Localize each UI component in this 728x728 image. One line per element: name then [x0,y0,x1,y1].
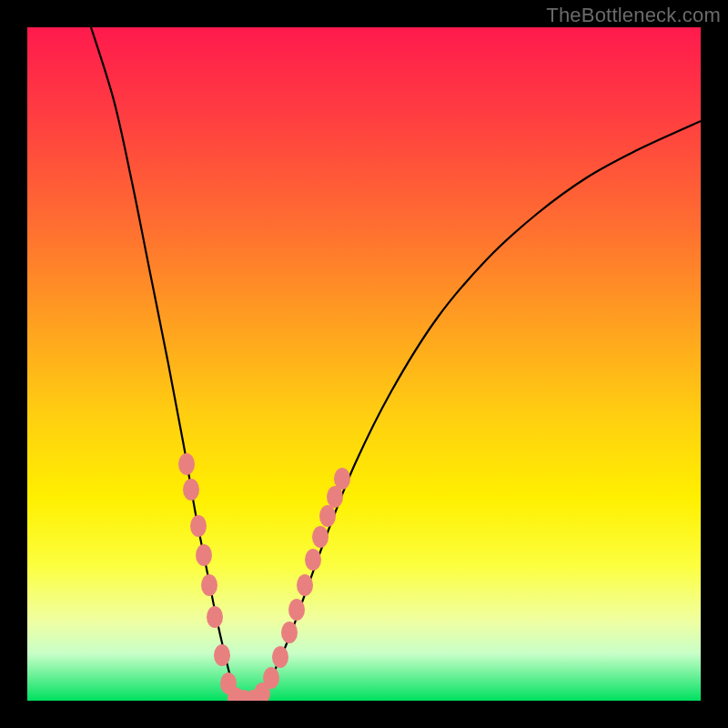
data-marker [190,515,207,537]
data-marker [207,606,223,628]
data-marker [183,479,199,500]
data-marker [312,526,329,548]
data-marker [334,468,350,490]
watermark-text: TheBottleneck.com [546,4,721,27]
data-marker [319,505,336,527]
plot-svg [27,27,701,701]
data-marker [272,646,288,668]
data-marker [305,549,321,571]
data-marker [297,574,313,596]
data-marker [281,622,298,643]
data-marker [178,453,195,475]
plot-frame [27,27,701,701]
bottleneck-curve [91,27,701,699]
marker-group [178,453,350,701]
data-marker [196,544,212,566]
data-marker [288,599,305,621]
data-marker [263,667,279,689]
data-marker [214,644,230,666]
data-marker [201,574,217,596]
